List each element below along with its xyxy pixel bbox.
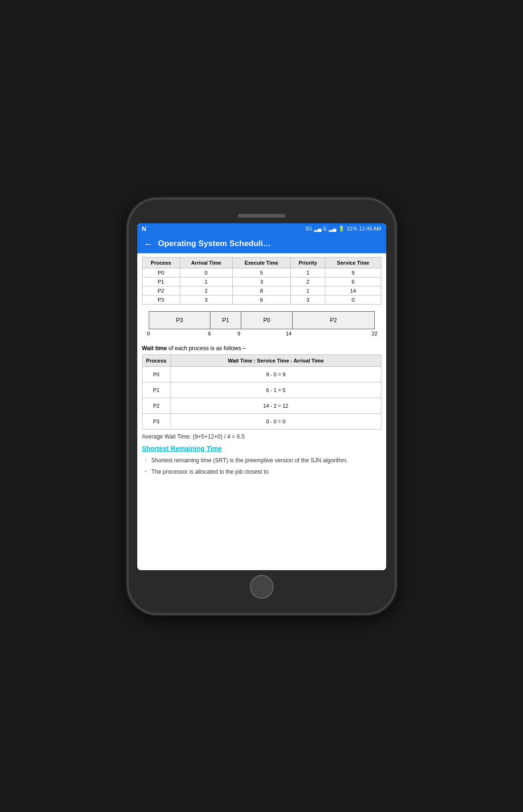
wait-table: Process Wait Time : Service Time - Arriv… [142,354,381,430]
phone-shell: N 3G ▂▄ E ▂▄ 🔋 21% 11:45 AM ← Operating … [129,200,395,613]
table-cell: 3 [291,295,325,304]
bullet-item: The processor is allocated to the job cl… [142,468,381,476]
gantt-time-label: 6 [208,331,211,336]
gantt-chart: P3P1P0P2 [149,311,375,329]
table-cell: 8 [232,286,290,295]
wait-calc: 0 - 0 = 0 [171,413,381,429]
gantt-time-label: 14 [285,331,291,336]
home-button[interactable] [250,575,274,599]
bullet-item: Shortest remaining time (SRT) is the pre… [142,456,381,465]
app-bar: ← Operating System Scheduli… [137,234,386,253]
gantt-section: P3P1P0P2 0691422 [142,311,381,338]
table-row: P16 - 1 = 5 [142,382,381,398]
table-row: P30 - 0 = 0 [142,413,381,429]
table-row: P214 - 2 = 12 [142,398,381,413]
table-cell: 6 [232,295,290,304]
table-cell: P2 [142,286,180,295]
table-cell: 5 [232,268,290,277]
gantt-time-label: 22 [371,331,377,336]
table-cell: 3 [232,277,290,286]
network-type: 3G [305,226,312,231]
table-cell: 2 [291,277,325,286]
wait-calc: 9 - 0 = 9 [171,366,381,382]
col-header-priority: Priority [291,257,325,268]
table-cell: 9 [325,268,381,277]
wait-process-name: P0 [142,366,171,382]
table-cell: P3 [142,295,180,304]
gantt-time-label: 0 [147,331,150,336]
avg-wait-text: Average Wait Time: (9+5+12+0) / 4 = 6.5 [142,433,381,440]
wait-process-name: P3 [142,413,171,429]
gantt-block: P0 [241,312,293,329]
gantt-labels: 0691422 [149,331,375,338]
battery-percent: 21% [347,226,357,231]
table-cell: 0 [325,295,381,304]
time-display: 11:45 AM [359,226,381,231]
wait-process-name: P1 [142,382,171,398]
signal-bars-2: ▂▄ [329,226,336,232]
wait-calc: 14 - 2 = 12 [171,398,381,413]
battery-icon: 🔋 [338,226,345,232]
table-cell: 1 [291,286,325,295]
srt-bullet-list: Shortest remaining time (SRT) is the pre… [142,456,381,476]
table-cell: 1 [180,277,232,286]
network-logo: N [142,225,146,232]
wait-col-process: Process [142,354,171,366]
wait-col-calc: Wait Time : Service Time - Arrival Time [171,354,381,366]
table-cell: 6 [325,277,381,286]
app-title: Operating System Scheduli… [158,239,271,248]
process-table: Process Arrival Time Execute Time Priori… [142,257,381,305]
table-cell: 14 [325,286,381,295]
data-indicator: E [323,226,327,231]
col-header-arrival: Arrival Time [180,257,232,268]
status-right: 3G ▂▄ E ▂▄ 🔋 21% 11:45 AM [305,226,381,232]
wait-process-name: P2 [142,398,171,413]
phone-speaker [238,214,285,218]
table-cell: P1 [142,277,180,286]
wait-time-suffix: of each process is as follows – [169,345,246,352]
gantt-block: P1 [210,312,241,329]
gantt-block: P3 [149,312,210,329]
table-row: P09 - 0 = 9 [142,366,381,382]
wait-calc: 6 - 1 = 5 [171,382,381,398]
table-cell: 2 [180,286,232,295]
table-cell: 3 [180,295,232,304]
wait-time-heading: Wait time of each process is as follows … [142,345,381,352]
col-header-execute: Execute Time [232,257,290,268]
content-area: Process Arrival Time Execute Time Priori… [137,253,386,570]
table-cell: 1 [291,268,325,277]
signal-bars: ▂▄ [314,226,322,232]
gantt-time-label: 9 [238,331,240,336]
table-cell: 0 [180,268,232,277]
col-header-service: Service Time [325,257,381,268]
srt-title[interactable]: Shortest Remaining Time [142,445,381,452]
status-bar: N 3G ▂▄ E ▂▄ 🔋 21% 11:45 AM [137,223,386,234]
wait-time-bold: Wait time [142,345,167,352]
phone-screen: N 3G ▂▄ E ▂▄ 🔋 21% 11:45 AM ← Operating … [137,223,386,570]
col-header-process: Process [142,257,180,268]
table-cell: P0 [142,268,180,277]
back-button[interactable]: ← [144,239,153,248]
gantt-block: P2 [293,312,374,329]
